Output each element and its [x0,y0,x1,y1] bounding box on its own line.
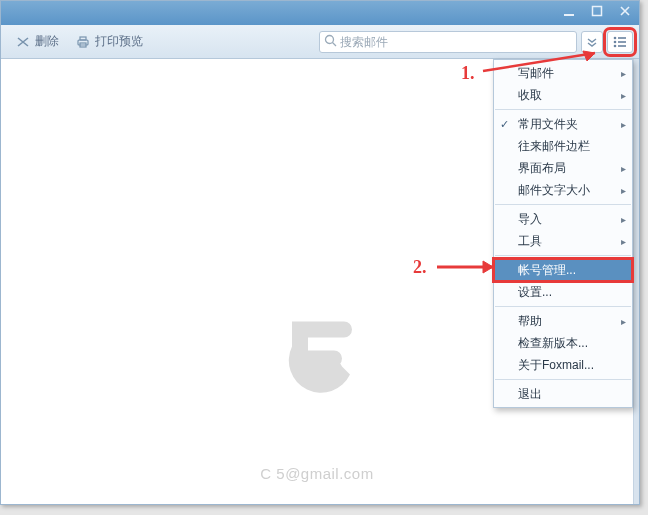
delete-label: 删除 [35,33,59,50]
menu-item-label: 常用文件夹 [518,116,578,133]
menu-item[interactable]: 设置... [494,281,632,303]
svg-rect-0 [564,14,574,16]
check-icon: ✓ [500,118,509,131]
toolbar: 删除 打印预览 [1,25,639,59]
print-preview-label: 打印预览 [95,33,143,50]
menu-item[interactable]: 工具▸ [494,230,632,252]
chevron-double-down-icon [586,36,598,48]
main-menu-dropdown: 写邮件▸收取▸✓常用文件夹▸往来邮件边栏界面布局▸邮件文字大小▸导入▸工具▸帐号… [493,59,633,408]
delete-button[interactable]: 删除 [7,29,67,54]
menu-item[interactable]: 检查新版本... [494,332,632,354]
menu-item[interactable]: 关于Foxmail... [494,354,632,376]
menu-item-label: 退出 [518,386,542,403]
search-input[interactable] [340,35,572,49]
menu-separator [495,379,631,380]
menu-item[interactable]: 往来邮件边栏 [494,135,632,157]
menu-separator [495,204,631,205]
submenu-arrow-icon: ▸ [621,90,626,101]
search-expand-button[interactable] [581,31,603,53]
menu-item-label: 工具 [518,233,542,250]
submenu-arrow-icon: ▸ [621,163,626,174]
close-button[interactable] [611,1,639,21]
menu-item[interactable]: 写邮件▸ [494,62,632,84]
svg-point-7 [614,36,617,39]
menu-item-label: 写邮件 [518,65,554,82]
main-menu-button[interactable] [607,31,633,53]
menu-item-label: 帐号管理... [518,262,576,279]
menu-item[interactable]: ✓常用文件夹▸ [494,113,632,135]
svg-point-5 [326,35,334,43]
menu-item[interactable]: 界面布局▸ [494,157,632,179]
menu-separator [495,255,631,256]
menu-item[interactable]: 收取▸ [494,84,632,106]
menu-item-label: 导入 [518,211,542,228]
menu-item[interactable]: 帐号管理... [494,259,632,281]
title-bar [1,1,639,25]
submenu-arrow-icon: ▸ [621,316,626,327]
svg-point-9 [614,40,617,43]
menu-item[interactable]: 邮件文字大小▸ [494,179,632,201]
list-menu-icon [612,35,628,49]
menu-item-label: 帮助 [518,313,542,330]
maximize-button[interactable] [583,1,611,21]
right-edge-splitter[interactable] [633,59,639,504]
submenu-arrow-icon: ▸ [621,119,626,130]
svg-rect-10 [618,41,626,43]
submenu-arrow-icon: ▸ [621,236,626,247]
menu-item[interactable]: 退出 [494,383,632,405]
search-icon [324,34,337,50]
menu-item-label: 往来邮件边栏 [518,138,590,155]
submenu-arrow-icon: ▸ [621,68,626,79]
menu-item[interactable]: 导入▸ [494,208,632,230]
menu-item-label: 邮件文字大小 [518,182,590,199]
svg-rect-1 [593,7,602,16]
submenu-arrow-icon: ▸ [621,185,626,196]
menu-item-label: 检查新版本... [518,335,588,352]
menu-separator [495,306,631,307]
delete-icon [15,34,31,50]
submenu-arrow-icon: ▸ [621,214,626,225]
menu-item-label: 收取 [518,87,542,104]
svg-rect-3 [80,37,86,40]
menu-separator [495,109,631,110]
menu-item-label: 界面布局 [518,160,566,177]
print-preview-button[interactable]: 打印预览 [67,29,151,54]
svg-line-6 [333,42,337,46]
svg-rect-12 [618,45,626,47]
printer-icon [75,34,91,50]
menu-item[interactable]: 帮助▸ [494,310,632,332]
search-box[interactable] [319,31,577,53]
svg-rect-8 [618,37,626,39]
svg-point-11 [614,44,617,47]
menu-item-label: 设置... [518,284,552,301]
app-logo-watermark [272,306,362,399]
account-email-watermark: C 5@gmail.com [260,465,373,482]
menu-item-label: 关于Foxmail... [518,357,594,374]
minimize-button[interactable] [555,1,583,21]
